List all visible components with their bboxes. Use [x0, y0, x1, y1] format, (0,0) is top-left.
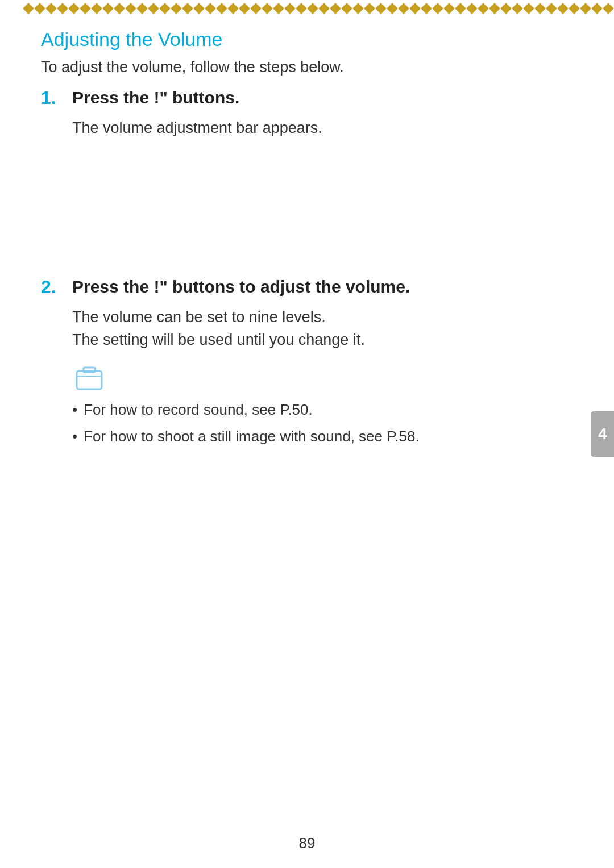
diamond-decoration — [262, 3, 273, 14]
diamond-decoration — [307, 3, 318, 14]
svg-rect-0 — [77, 371, 102, 389]
main-content: Adjusting the Volume To adjust the volum… — [0, 17, 614, 498]
diamond-decoration — [216, 3, 227, 14]
top-decorative-border — [0, 0, 614, 17]
diamond-decoration — [68, 3, 80, 14]
diamond-decoration — [250, 3, 262, 14]
diamond-decoration — [591, 3, 603, 14]
diamond-decoration — [273, 3, 284, 14]
diamond-decoration — [159, 3, 171, 14]
note-item-1: For how to record sound, see P.50. — [72, 398, 573, 422]
note-item-2: For how to shoot a still image with soun… — [72, 425, 573, 449]
step-1-content: Press the !" buttons. The volume adjustm… — [72, 86, 573, 139]
diamond-decoration — [375, 3, 387, 14]
diamond-decoration — [296, 3, 307, 14]
note-list: For how to record sound, see P.50. For h… — [72, 398, 573, 449]
step-2-title: Press the !" buttons to adjust the volum… — [72, 276, 573, 299]
diamond-decoration — [421, 3, 432, 14]
diamond-decoration — [193, 3, 205, 14]
note-area — [72, 361, 573, 395]
chapter-tab: 4 — [591, 411, 614, 457]
step-1-title: Press the !" buttons. — [72, 86, 573, 110]
diamond-decoration — [182, 3, 193, 14]
step-2: 2. Press the !" buttons to adjust the vo… — [41, 276, 573, 452]
diamond-decoration — [546, 3, 557, 14]
step-2-description-line2: The setting will be used until you chang… — [72, 328, 573, 352]
diamond-decoration — [523, 3, 534, 14]
diamond-decoration — [489, 3, 500, 14]
diamond-decoration — [330, 3, 341, 14]
diamond-decoration — [500, 3, 512, 14]
diamond-decoration — [478, 3, 489, 14]
diamond-decoration — [227, 3, 239, 14]
step-1-number: 1. — [41, 86, 72, 108]
intro-text: To adjust the volume, follow the steps b… — [41, 59, 573, 76]
diamond-decoration — [114, 3, 125, 14]
diamond-decoration — [466, 3, 478, 14]
diamond-decoration — [91, 3, 102, 14]
diamond-decoration — [148, 3, 159, 14]
diamond-decoration — [125, 3, 136, 14]
step-spacer — [41, 151, 573, 253]
diamond-decoration — [102, 3, 114, 14]
diamond-decoration — [512, 3, 523, 14]
diamond-decoration — [580, 3, 591, 14]
diamond-decoration — [45, 3, 57, 14]
diamond-decoration — [534, 3, 546, 14]
step-1: 1. Press the !" buttons. The volume adju… — [41, 86, 573, 139]
diamond-decoration — [318, 3, 330, 14]
chapter-number: 4 — [598, 425, 607, 443]
diamond-decoration — [603, 3, 614, 14]
step-2-description-line1: The volume can be set to nine levels. — [72, 306, 573, 329]
page-number: 89 — [299, 834, 316, 852]
diamond-decoration — [364, 3, 375, 14]
diamond-decoration — [239, 3, 250, 14]
diamond-decoration — [284, 3, 296, 14]
diamond-decoration — [409, 3, 421, 14]
diamond-decoration — [443, 3, 455, 14]
diamond-decoration — [569, 3, 580, 14]
step-1-description: The volume adjustment bar appears. — [72, 116, 573, 140]
svg-rect-1 — [84, 368, 95, 372]
diamond-decoration — [352, 3, 364, 14]
diamond-decoration — [80, 3, 91, 14]
step-2-content: Press the !" buttons to adjust the volum… — [72, 276, 573, 452]
diamond-decoration — [398, 3, 409, 14]
diamond-decoration — [455, 3, 466, 14]
step-2-number: 2. — [41, 276, 72, 298]
diamond-decoration — [387, 3, 398, 14]
diamond-decoration — [171, 3, 182, 14]
diamond-decoration — [432, 3, 443, 14]
diamond-decoration — [57, 3, 68, 14]
diamond-decoration — [136, 3, 148, 14]
diamond-decoration — [557, 3, 569, 14]
section-title: Adjusting the Volume — [41, 28, 573, 51]
note-icon — [72, 361, 106, 395]
diamond-decoration — [205, 3, 216, 14]
diamond-decoration — [23, 3, 34, 14]
diamond-decoration — [341, 3, 352, 14]
diamond-decoration — [34, 3, 45, 14]
